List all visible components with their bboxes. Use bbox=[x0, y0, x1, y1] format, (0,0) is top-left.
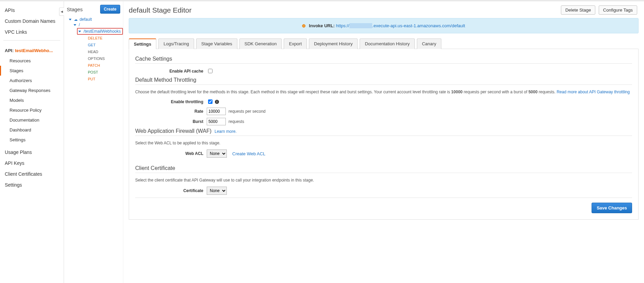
nav-client-certificates[interactable]: Client Certificates bbox=[0, 169, 64, 179]
nav-resource-policy[interactable]: Resource Policy bbox=[0, 105, 64, 115]
divider bbox=[135, 173, 632, 173]
web-acl-select[interactable]: None bbox=[207, 150, 227, 158]
method-head[interactable]: HEAD bbox=[87, 49, 123, 54]
burst-label: Burst bbox=[135, 119, 207, 124]
method-delete[interactable]: DELETE bbox=[87, 35, 123, 41]
burst-input[interactable] bbox=[207, 118, 226, 125]
caret-down-icon bbox=[78, 31, 81, 32]
stage-icon: ☁ bbox=[74, 17, 78, 21]
nav-apis[interactable]: APIs bbox=[0, 5, 64, 16]
cert-description: Select the client certificate that API G… bbox=[135, 177, 632, 183]
enable-throttling-label: Enable throttling bbox=[135, 99, 207, 104]
enable-throttling-checkbox[interactable] bbox=[208, 99, 213, 104]
stages-tree: ☁ default / /testEmailWebhooks bbox=[64, 16, 123, 84]
redacted-host: xxx bbox=[349, 23, 373, 28]
status-dot-icon bbox=[302, 24, 305, 28]
rate-unit: requests per second bbox=[229, 109, 266, 114]
enable-cache-label: Enable API cache bbox=[135, 69, 207, 74]
divider bbox=[135, 63, 632, 64]
collapse-nav-icon[interactable]: ◀ bbox=[59, 7, 64, 16]
rate-label: Rate bbox=[135, 109, 207, 114]
nav-usage-plans[interactable]: Usage Plans bbox=[0, 147, 64, 158]
primary-nav: APIs Custom Domain Names VPC Links API: … bbox=[0, 1, 64, 283]
throttling-description: Choose the default throttling level for … bbox=[135, 89, 632, 95]
tab-sdk-generation[interactable]: SDK Generation bbox=[239, 38, 282, 49]
waf-description: Select the Web ACL to be applied to this… bbox=[135, 140, 632, 146]
nav-divider bbox=[3, 40, 60, 41]
nav-custom-domain[interactable]: Custom Domain Names bbox=[0, 16, 64, 27]
invoke-url-label: Invoke URL: bbox=[309, 23, 335, 28]
invoke-url-banner: Invoke URL: https://xxx.execute-api.us-e… bbox=[129, 18, 639, 33]
nav-gateway-responses[interactable]: Gateway Responses bbox=[0, 85, 64, 95]
burst-unit: requests bbox=[229, 119, 244, 124]
nav-authorizers[interactable]: Authorizers bbox=[0, 76, 64, 85]
method-put[interactable]: PUT bbox=[87, 76, 123, 82]
waf-learn-more-link[interactable]: Learn more. bbox=[215, 129, 237, 134]
section-waf-title: Web Application Firewall (WAF) Learn mor… bbox=[135, 128, 632, 134]
create-web-acl-link[interactable]: Create Web ACL bbox=[232, 151, 265, 156]
tab-logs-tracing[interactable]: Logs/Tracing bbox=[158, 38, 194, 49]
tab-deployment-history[interactable]: Deployment History bbox=[309, 38, 358, 49]
divider bbox=[135, 84, 632, 85]
tabs: Settings Logs/Tracing Stage Variables SD… bbox=[129, 38, 639, 49]
section-cache-title: Cache Settings bbox=[135, 56, 632, 62]
nav-documentation[interactable]: Documentation bbox=[0, 115, 64, 125]
stages-tree-panel: Stages Create ☁ default / bbox=[64, 1, 123, 283]
nav-vpc-links[interactable]: VPC Links bbox=[0, 27, 64, 37]
web-acl-label: Web ACL bbox=[135, 151, 207, 156]
method-patch[interactable]: PATCH bbox=[87, 63, 123, 68]
method-post[interactable]: POST bbox=[87, 69, 123, 75]
tab-stage-variables[interactable]: Stage Variables bbox=[196, 38, 237, 49]
caret-down-icon bbox=[74, 24, 76, 26]
create-stage-button[interactable]: Create bbox=[100, 5, 120, 14]
main-panel: default Stage Editor Delete Stage Config… bbox=[123, 1, 644, 283]
api-label: API: testEmailWebho... bbox=[0, 45, 64, 56]
divider bbox=[135, 198, 632, 198]
rate-input[interactable] bbox=[207, 108, 226, 115]
certificate-label: Certificate bbox=[135, 188, 207, 193]
nav-api-keys[interactable]: API Keys bbox=[0, 158, 64, 169]
nav-global-settings[interactable]: Settings bbox=[0, 179, 64, 190]
divider bbox=[135, 136, 632, 136]
page-title: default Stage Editor bbox=[129, 6, 191, 14]
nav-settings[interactable]: Settings bbox=[0, 135, 64, 145]
tab-settings[interactable]: Settings bbox=[129, 38, 156, 49]
tab-body-settings: Cache Settings Enable API cache Default … bbox=[129, 49, 639, 220]
certificate-select[interactable]: None bbox=[207, 187, 227, 195]
caret-down-icon bbox=[69, 19, 72, 20]
info-icon[interactable]: i bbox=[215, 100, 219, 104]
nav-stages[interactable]: Stages bbox=[0, 66, 64, 76]
tab-documentation-history[interactable]: Documentation History bbox=[360, 38, 415, 49]
tree-title: Stages bbox=[67, 6, 83, 12]
throttling-read-more-link[interactable]: Read more about API Gateway throttling bbox=[556, 90, 630, 94]
section-throttling-title: Default Method Throttling bbox=[135, 77, 632, 83]
nav-resources[interactable]: Resources bbox=[0, 56, 64, 66]
configure-tags-button[interactable]: Configure Tags bbox=[599, 5, 637, 15]
nav-models[interactable]: Models bbox=[0, 95, 64, 105]
enable-cache-checkbox[interactable] bbox=[208, 69, 213, 73]
tree-root-slash[interactable]: / /testEmailWebhooks DELETE GE bbox=[74, 22, 123, 84]
method-options[interactable]: OPTIONS bbox=[87, 56, 123, 61]
tab-export[interactable]: Export bbox=[284, 38, 307, 49]
method-get[interactable]: GET bbox=[87, 42, 123, 48]
invoke-url-link[interactable]: https://xxx.execute-api.us-east-1.amazon… bbox=[336, 23, 465, 28]
api-name[interactable]: testEmailWebho... bbox=[15, 48, 53, 53]
tree-root-default[interactable]: ☁ default / /testEmailWebhooks bbox=[69, 16, 123, 84]
section-cert-title: Client Certificate bbox=[135, 165, 632, 171]
nav-dashboard[interactable]: Dashboard bbox=[0, 125, 64, 135]
tree-resource-highlight[interactable]: /testEmailWebhooks DELETE GET HEAD OPTIO… bbox=[78, 27, 123, 83]
delete-stage-button[interactable]: Delete Stage bbox=[561, 5, 595, 15]
save-changes-button[interactable]: Save Changes bbox=[592, 203, 632, 213]
tab-canary[interactable]: Canary bbox=[417, 38, 441, 49]
